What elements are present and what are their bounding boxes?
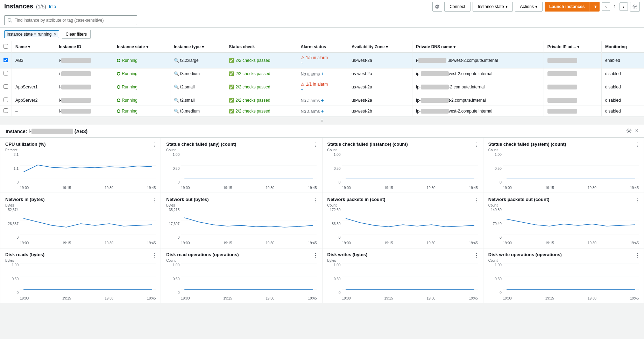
y-val-top: 172.60 bbox=[327, 208, 341, 212]
search-icon bbox=[7, 18, 12, 23]
chart-title: Status check failed (instance) (count) bbox=[327, 142, 478, 147]
chart-menu-button[interactable]: ⋮ bbox=[313, 142, 318, 148]
filter-tag-text: Instance state = running bbox=[7, 32, 51, 37]
row-checkbox-1[interactable] bbox=[3, 71, 8, 75]
x-label: 19:30 bbox=[427, 241, 436, 245]
x-label: 19:00 bbox=[20, 296, 29, 300]
connect-button[interactable]: Connect bbox=[444, 2, 470, 12]
y-val-top: 1.00 bbox=[166, 153, 179, 157]
clear-filters-button[interactable]: Clear filters bbox=[62, 30, 91, 39]
chart-menu-button[interactable]: ⋮ bbox=[313, 197, 318, 203]
chart-menu-button[interactable]: ⋮ bbox=[635, 252, 640, 259]
chart-menu-button[interactable]: ⋮ bbox=[635, 197, 640, 203]
chart-menu-button[interactable]: ⋮ bbox=[313, 252, 318, 259]
x-label: 19:15 bbox=[62, 241, 71, 245]
panel-icons: × bbox=[626, 128, 638, 135]
panel-close-icon[interactable]: × bbox=[635, 128, 638, 135]
chart-status-instance: Status check failed (instance) (count) ⋮… bbox=[322, 138, 483, 193]
chart-menu-button[interactable]: ⋮ bbox=[474, 252, 479, 259]
chart-svg bbox=[181, 153, 317, 184]
chart-title: Disk reads (bytes) bbox=[5, 252, 156, 257]
resize-divider[interactable]: ≡ bbox=[0, 117, 644, 125]
prev-page-button[interactable]: ‹ bbox=[602, 2, 610, 11]
chart-disk-read-ops: Disk read operations (operations) ⋮ Coun… bbox=[161, 248, 322, 303]
chart-menu-button[interactable]: ⋮ bbox=[635, 142, 640, 148]
col-dns[interactable]: Private DNS name ▾ bbox=[412, 41, 544, 53]
col-instance-state[interactable]: Instance state ▾ bbox=[113, 41, 170, 53]
chart-menu-button[interactable]: ⋮ bbox=[151, 252, 157, 259]
next-page-button[interactable]: › bbox=[620, 2, 628, 11]
search-input[interactable] bbox=[14, 18, 134, 23]
add-alarm-button[interactable]: + bbox=[321, 108, 324, 114]
alarm-status-ok: No alarms bbox=[301, 98, 320, 103]
instances-table-container: Name ▾ Instance ID Instance state ▾ Inst… bbox=[0, 41, 644, 117]
cell-ip: ██████████ bbox=[544, 53, 601, 68]
cell-id: i-██████████ bbox=[55, 53, 113, 68]
settings-button[interactable] bbox=[630, 2, 640, 12]
y-val-bot: 0 bbox=[327, 236, 341, 239]
x-label: 19:15 bbox=[384, 241, 393, 245]
cell-alarm: No alarms + bbox=[297, 95, 348, 106]
x-label: 19:00 bbox=[503, 241, 512, 245]
add-alarm-button[interactable]: + bbox=[321, 71, 324, 77]
cell-alarm: No alarms + bbox=[297, 68, 348, 79]
cell-dns: i-████████.us-west-2.compute.internal bbox=[412, 53, 544, 68]
refresh-button[interactable] bbox=[432, 2, 442, 12]
chart-menu-button[interactable]: ⋮ bbox=[474, 197, 479, 203]
chart-y-label: Count bbox=[166, 259, 317, 262]
row-checkbox-3[interactable] bbox=[3, 98, 8, 102]
chart-net-packets-out: Network packets out (count) ⋮ Count 140.… bbox=[483, 193, 644, 248]
col-status-check: Status check bbox=[225, 41, 297, 53]
launch-instances-dropdown-button[interactable]: ▾ bbox=[589, 2, 600, 12]
row-checkbox-4[interactable] bbox=[3, 108, 8, 113]
col-name[interactable]: Name ▾ bbox=[12, 41, 55, 53]
cell-status-check: ✅ 2/2 checks passed bbox=[225, 53, 297, 68]
chart-y-label: Count bbox=[488, 148, 639, 152]
actions-button[interactable]: Actions ▾ bbox=[515, 2, 543, 12]
col-az[interactable]: Availability Zone ▾ bbox=[348, 41, 412, 53]
add-alarm-button[interactable]: + bbox=[301, 60, 304, 66]
chart-title: Status check failed (any) (count) bbox=[166, 142, 317, 147]
x-label: 19:00 bbox=[342, 296, 351, 300]
y-val-mid: 86.30 bbox=[327, 222, 341, 226]
x-label: 19:45 bbox=[630, 186, 639, 190]
x-label: 19:45 bbox=[630, 296, 639, 300]
y-val-top: 52,674 bbox=[5, 208, 19, 212]
svg-point-0 bbox=[634, 6, 636, 7]
chart-svg bbox=[20, 153, 156, 184]
x-label: 19:45 bbox=[147, 241, 156, 245]
x-label: 19:45 bbox=[630, 241, 639, 245]
launch-instances-button[interactable]: Launch instances bbox=[545, 2, 589, 12]
cell-alarm: ⚠ 1/5 in alarm + bbox=[297, 53, 348, 68]
col-ip[interactable]: Private IP ad... ▾ bbox=[544, 41, 601, 53]
table-row: AppServer2 i-██████████ Running 🔍 t2.sma… bbox=[0, 95, 644, 106]
y-val-bot: 0 bbox=[327, 180, 341, 184]
chart-title: Status check failed (system) (count) bbox=[488, 142, 639, 147]
x-label: 19:00 bbox=[503, 186, 512, 190]
add-alarm-button[interactable]: + bbox=[321, 98, 324, 103]
chart-menu-button[interactable]: ⋮ bbox=[151, 197, 157, 203]
cell-id: i-██████████ bbox=[55, 79, 113, 95]
x-label: 19:45 bbox=[147, 186, 156, 190]
col-instance-type[interactable]: Instance type ▾ bbox=[170, 41, 225, 53]
chart-y-label: Percent bbox=[5, 148, 156, 152]
chart-menu-button[interactable]: ⋮ bbox=[474, 142, 479, 148]
chart-svg bbox=[503, 208, 639, 239]
x-label: 19:15 bbox=[545, 296, 554, 300]
add-alarm-button[interactable]: + bbox=[301, 87, 304, 92]
filter-tag-close-button[interactable]: × bbox=[54, 31, 56, 37]
chart-menu-button[interactable]: ⋮ bbox=[151, 142, 157, 148]
select-all-checkbox[interactable] bbox=[3, 44, 8, 49]
instance-state-button[interactable]: Instance state ▾ bbox=[473, 2, 513, 12]
x-label: 19:45 bbox=[308, 186, 317, 190]
cell-status-check: ✅ 2/2 checks passed bbox=[225, 95, 297, 106]
chart-title: Network packets in (count) bbox=[327, 197, 478, 202]
panel-settings-icon[interactable] bbox=[626, 128, 632, 135]
info-link[interactable]: Info bbox=[49, 4, 56, 9]
row-checkbox-2[interactable] bbox=[3, 84, 8, 89]
cell-monitoring: disabled bbox=[602, 106, 644, 117]
chart-net-packets-in: Network packets in (count) ⋮ Count 172.6… bbox=[322, 193, 483, 248]
x-label: 19:15 bbox=[223, 241, 232, 245]
pagination: ‹ 1 › bbox=[602, 2, 628, 11]
row-checkbox-0[interactable] bbox=[3, 58, 8, 62]
